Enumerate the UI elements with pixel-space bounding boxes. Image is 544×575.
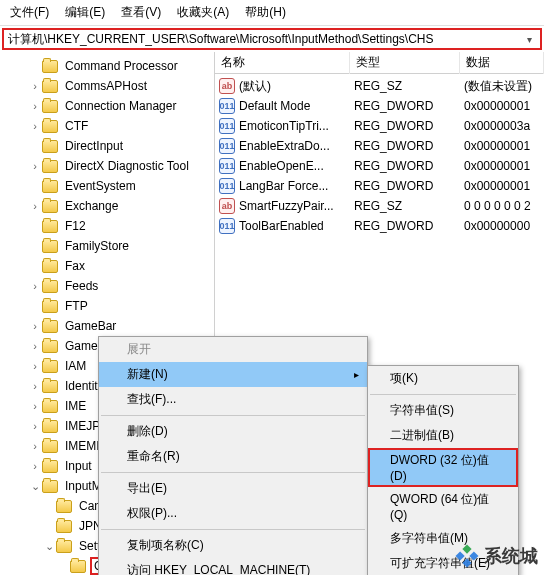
tree-label[interactable]: Exchange (62, 198, 121, 214)
column-data[interactable]: 数据 (460, 52, 544, 74)
expand-icon[interactable]: › (28, 100, 42, 112)
tree-label[interactable]: DirectInput (62, 138, 126, 154)
svg-rect-2 (456, 551, 465, 560)
submenu-item-qword[interactable]: QWORD (64 位)值(Q) (368, 487, 518, 526)
value-row[interactable]: 011LangBar Force...REG_DWORD0x00000001 (215, 176, 544, 196)
menu-view[interactable]: 查看(V) (117, 2, 165, 23)
tree-node[interactable]: ›CTF (0, 116, 214, 136)
tree-label[interactable]: Fax (62, 258, 88, 274)
value-row[interactable]: 011EnableOpenE...REG_DWORD0x00000001 (215, 156, 544, 176)
tree-label[interactable]: CommsAPHost (62, 78, 150, 94)
address-input[interactable] (8, 32, 523, 46)
menu-item-copy-key[interactable]: 复制项名称(C) (99, 533, 367, 558)
value-data: 0x00000001 (464, 159, 544, 173)
value-row[interactable]: 011EmoticonTipTri...REG_DWORD0x0000003a (215, 116, 544, 136)
expand-icon[interactable]: › (28, 400, 42, 412)
tree-node[interactable]: ›GameBar (0, 316, 214, 336)
menu-edit[interactable]: 编辑(E) (61, 2, 109, 23)
tree-label[interactable]: FamilyStore (62, 238, 132, 254)
expand-icon[interactable]: › (28, 160, 42, 172)
expand-icon[interactable]: › (28, 380, 42, 392)
folder-icon (56, 520, 72, 533)
tree-label[interactable]: EventSystem (62, 178, 139, 194)
folder-icon (56, 540, 72, 553)
column-type[interactable]: 类型 (350, 52, 460, 74)
tree-label[interactable]: Feeds (62, 278, 101, 294)
folder-icon (42, 460, 58, 473)
svg-rect-1 (469, 551, 478, 560)
tree-label[interactable]: Command Processor (62, 58, 181, 74)
column-name[interactable]: 名称 (215, 52, 350, 74)
expand-icon[interactable]: › (28, 280, 42, 292)
expand-icon[interactable]: › (28, 360, 42, 372)
menu-item-delete[interactable]: 删除(D) (99, 419, 367, 444)
submenu-item-dword[interactable]: DWORD (32 位)值(D) (368, 448, 518, 487)
menu-favorites[interactable]: 收藏夹(A) (173, 2, 233, 23)
value-row[interactable]: 011EnableExtraDo...REG_DWORD0x00000001 (215, 136, 544, 156)
tree-node[interactable]: ›CommsAPHost (0, 76, 214, 96)
value-type: REG_DWORD (354, 159, 464, 173)
menu-item-export[interactable]: 导出(E) (99, 476, 367, 501)
tree-node[interactable]: Fax (0, 256, 214, 276)
expand-icon[interactable]: › (28, 440, 42, 452)
value-data: (数值未设置) (464, 78, 544, 95)
expand-icon[interactable]: ⌄ (28, 480, 42, 493)
expand-icon[interactable]: › (28, 120, 42, 132)
tree-label[interactable]: DirectX Diagnostic Tool (62, 158, 192, 174)
expand-icon[interactable]: ⌄ (42, 540, 56, 553)
address-dropdown-icon[interactable]: ▾ (523, 34, 536, 45)
tree-label[interactable]: F12 (62, 218, 89, 234)
expand-icon[interactable]: › (28, 200, 42, 212)
menu-item-expand[interactable]: 展开 (99, 337, 367, 362)
menu-item-rename[interactable]: 重命名(R) (99, 444, 367, 469)
dword-value-icon: 011 (219, 178, 235, 194)
tree-node[interactable]: Command Processor (0, 56, 214, 76)
value-row[interactable]: abSmartFuzzyPair...REG_SZ0 0 0 0 0 0 2 (215, 196, 544, 216)
menu-item-new[interactable]: 新建(N)▸ (99, 362, 367, 387)
value-type: REG_DWORD (354, 219, 464, 233)
submenu-item-key[interactable]: 项(K) (368, 366, 518, 391)
menu-item-find[interactable]: 查找(F)... (99, 387, 367, 412)
tree-node[interactable]: FamilyStore (0, 236, 214, 256)
tree-label[interactable]: CTF (62, 118, 91, 134)
menu-item-goto-hklm[interactable]: 访问 HKEY_LOCAL_MACHINE(T) (99, 558, 367, 575)
tree-node[interactable]: DirectInput (0, 136, 214, 156)
expand-icon[interactable]: › (28, 460, 42, 472)
expand-icon[interactable]: › (28, 420, 42, 432)
folder-icon (42, 80, 58, 93)
watermark: 系统城 (454, 543, 538, 569)
tree-label[interactable]: GameBar (62, 318, 119, 334)
value-type: REG_DWORD (354, 119, 464, 133)
value-data: 0x00000001 (464, 99, 544, 113)
value-row[interactable]: 011Default ModeREG_DWORD0x00000001 (215, 96, 544, 116)
folder-icon (42, 480, 58, 493)
value-row[interactable]: 011ToolBarEnabledREG_DWORD0x00000000 (215, 216, 544, 236)
tree-node[interactable]: EventSystem (0, 176, 214, 196)
tree-label[interactable]: Connection Manager (62, 98, 179, 114)
value-data: 0x00000000 (464, 219, 544, 233)
tree-node[interactable]: F12 (0, 216, 214, 236)
tree-label[interactable]: IME (62, 398, 89, 414)
svg-rect-3 (462, 558, 471, 567)
list-header: 名称 类型 数据 (215, 52, 544, 74)
tree-node[interactable]: ›Exchange (0, 196, 214, 216)
folder-icon (42, 140, 58, 153)
tree-label[interactable]: IAM (62, 358, 89, 374)
submenu-item-binary[interactable]: 二进制值(B) (368, 423, 518, 448)
menu-file[interactable]: 文件(F) (6, 2, 53, 23)
tree-node[interactable]: FTP (0, 296, 214, 316)
submenu-item-string[interactable]: 字符串值(S) (368, 398, 518, 423)
menu-help[interactable]: 帮助(H) (241, 2, 290, 23)
value-row[interactable]: ab(默认)REG_SZ(数值未设置) (215, 76, 544, 96)
tree-label[interactable]: Input (62, 458, 95, 474)
value-name: EmoticonTipTri... (239, 119, 354, 133)
expand-icon[interactable]: › (28, 80, 42, 92)
menu-item-permissions[interactable]: 权限(P)... (99, 501, 367, 526)
tree-node[interactable]: ›DirectX Diagnostic Tool (0, 156, 214, 176)
dword-value-icon: 011 (219, 98, 235, 114)
expand-icon[interactable]: › (28, 340, 42, 352)
tree-node[interactable]: ›Connection Manager (0, 96, 214, 116)
tree-label[interactable]: FTP (62, 298, 91, 314)
tree-node[interactable]: ›Feeds (0, 276, 214, 296)
expand-icon[interactable]: › (28, 320, 42, 332)
